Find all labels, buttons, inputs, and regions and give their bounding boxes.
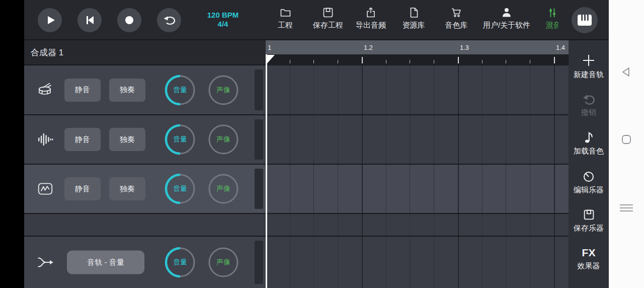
volume-knob[interactable]: 音量 — [165, 247, 196, 278]
daw-app-screen: 120 BPM 4/4 工程 保存工程 导出音频 资源库 音色库 用户/关于软件 — [0, 0, 644, 288]
edit-instrument-label: 编辑乐器 — [574, 186, 604, 194]
time-signature: 4/4 — [200, 20, 246, 29]
grid-row-master[interactable] — [266, 237, 569, 288]
toolbar-sound-store-button[interactable]: 音色库 — [445, 7, 468, 29]
toolbar-library-label: 资源库 — [403, 21, 425, 29]
beat-ticks — [266, 57, 569, 63]
user-icon — [501, 7, 513, 19]
loop-button[interactable] — [157, 8, 181, 32]
bpm-value: 120 BPM — [200, 11, 246, 20]
load-sound-button[interactable]: 加载音色 — [569, 131, 609, 155]
toolbar-library-button[interactable]: 资源库 — [403, 7, 425, 29]
toolbar-mixer-label: 混音 — [546, 21, 558, 29]
track-row-drums[interactable]: 静音 独奏 音量 声像 — [24, 65, 266, 114]
play-icon — [43, 14, 56, 27]
undo-icon — [582, 93, 595, 105]
ruler-label-1: 1 — [268, 44, 271, 51]
display-cutout-strip — [0, 0, 24, 288]
pan-knob[interactable]: 声像 — [208, 75, 239, 106]
knob-icon — [582, 170, 595, 183]
ruler-label-1-2: 1.2 — [364, 44, 373, 51]
menu-lines-icon — [619, 202, 634, 214]
playhead-line — [266, 54, 267, 288]
toolbar-project-button[interactable]: 工程 — [278, 7, 293, 29]
mute-button[interactable]: 静音 — [64, 177, 101, 200]
export-icon — [365, 7, 377, 19]
record-button[interactable] — [117, 8, 141, 32]
home-square-icon — [620, 133, 632, 146]
volume-knob[interactable]: 音量 — [165, 173, 196, 204]
toolbar-export-audio-label: 导出音频 — [356, 21, 386, 29]
level-meter — [255, 119, 263, 160]
ruler-label-1-3: 1.3 — [460, 44, 469, 51]
volume-knob[interactable]: 音量 — [165, 124, 196, 155]
android-menu-button[interactable] — [619, 202, 634, 214]
top-toolbar: 120 BPM 4/4 工程 保存工程 导出音频 资源库 音色库 用户/关于软件 — [0, 0, 644, 40]
drum-kit-icon — [36, 81, 55, 100]
volume-knob[interactable]: 音量 — [165, 75, 196, 106]
pan-knob-label: 声像 — [208, 124, 239, 155]
undo-button[interactable]: 撤销 — [569, 93, 609, 116]
tempo-display[interactable]: 120 BPM 4/4 — [200, 11, 246, 29]
toolbar-mixer-button[interactable]: 混音 — [546, 7, 558, 29]
save-instrument-label: 保存乐器 — [574, 224, 604, 232]
grid-row-audio[interactable] — [266, 115, 569, 164]
timeline-tick-band[interactable] — [266, 54, 569, 65]
volume-knob-label: 音量 — [165, 75, 196, 106]
pan-knob[interactable]: 声像 — [208, 124, 239, 155]
pan-knob-label: 声像 — [208, 75, 239, 106]
fx-icon: FX — [582, 247, 596, 259]
track-row-synth-selected[interactable]: 静音 独奏 音量 声像 — [24, 165, 266, 213]
solo-button[interactable]: 独奏 — [109, 79, 145, 102]
android-navigation-bar — [609, 0, 644, 288]
android-back-button[interactable] — [620, 66, 632, 78]
new-track-label: 新建音轨 — [574, 70, 604, 79]
volume-knob-label: 音量 — [165, 247, 196, 278]
pan-knob[interactable]: 声像 — [208, 247, 239, 278]
play-button[interactable] — [38, 8, 62, 32]
save-icon — [583, 208, 595, 221]
cart-icon — [450, 7, 463, 19]
grid-row-drums[interactable] — [266, 65, 569, 114]
save-instrument-button[interactable]: 保存乐器 — [569, 208, 609, 232]
tools-sidebar: 新建音轨 撤销 加载音色 编辑乐器 保存乐器 FX 效果器 — [569, 40, 609, 288]
document-icon — [408, 7, 420, 19]
track-name-header[interactable]: 合成器 1 — [24, 40, 266, 64]
grid-row-empty[interactable] — [266, 214, 569, 236]
master-track-row[interactable]: 音轨 - 音量 音量 声像 — [24, 237, 266, 288]
mute-button[interactable]: 静音 — [64, 128, 101, 151]
level-meter — [255, 69, 263, 110]
empty-track-slot[interactable] — [24, 214, 266, 236]
toolbar-export-audio-button[interactable]: 导出音频 — [356, 7, 386, 29]
new-track-button[interactable]: 新建音轨 — [569, 53, 609, 79]
timeline-ruler[interactable]: 1 1.2 1.3 1.4 — [266, 40, 569, 54]
track-row-audio[interactable]: 静音 独奏 音量 声像 — [24, 115, 266, 164]
mute-button[interactable]: 静音 — [64, 79, 101, 102]
grid-row-synth-selected[interactable] — [266, 165, 569, 213]
track-panel: 合成器 1 静音 独奏 音量 声像 — [24, 40, 266, 288]
grid-rows — [266, 65, 569, 288]
rewind-to-start-button[interactable] — [77, 8, 102, 32]
plus-icon — [582, 53, 596, 67]
pan-knob-label: 声像 — [208, 173, 239, 204]
loop-icon — [162, 13, 176, 27]
toolbar-user-about-button[interactable]: 用户/关于软件 — [483, 7, 530, 29]
pan-knob[interactable]: 声像 — [208, 173, 239, 204]
solo-button[interactable]: 独奏 — [109, 128, 145, 151]
android-home-button[interactable] — [620, 133, 632, 146]
mixer-icon — [546, 7, 558, 19]
undo-label: 撤销 — [581, 108, 596, 116]
edit-instrument-button[interactable]: 编辑乐器 — [569, 170, 609, 194]
master-volume-selector-button[interactable]: 音轨 - 音量 — [67, 251, 144, 274]
record-icon — [123, 14, 136, 27]
synthesizer-wave-icon — [36, 179, 55, 198]
fx-effects-button[interactable]: FX 效果器 — [569, 247, 609, 270]
toolbar-save-project-label: 保存工程 — [313, 21, 343, 29]
track-name-label: 合成器 1 — [31, 47, 63, 58]
toolbar-save-project-button[interactable]: 保存工程 — [313, 7, 343, 29]
back-triangle-icon — [620, 66, 632, 78]
solo-button[interactable]: 独奏 — [109, 177, 145, 200]
keyboard-button[interactable] — [572, 7, 598, 33]
volume-knob-label: 音量 — [165, 173, 196, 204]
pan-knob-label: 声像 — [208, 247, 239, 278]
